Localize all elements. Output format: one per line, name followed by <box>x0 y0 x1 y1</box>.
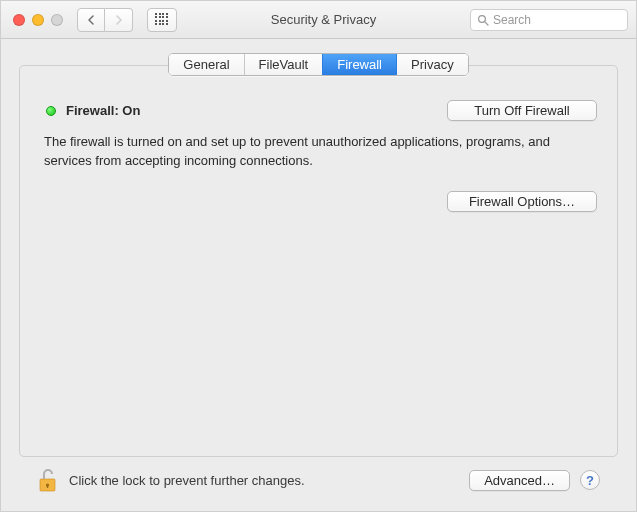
tab-general[interactable]: General <box>169 54 244 75</box>
preferences-window: Security & Privacy General FileVault Fir… <box>0 0 637 512</box>
search-input[interactable] <box>493 13 621 27</box>
search-icon <box>477 14 489 26</box>
advanced-button[interactable]: Advanced… <box>469 470 570 491</box>
window-title: Security & Privacy <box>185 12 462 27</box>
zoom-window-button[interactable] <box>51 14 63 26</box>
close-window-button[interactable] <box>13 14 25 26</box>
lock-message: Click the lock to prevent further change… <box>69 473 459 488</box>
grid-icon <box>155 13 169 27</box>
show-all-button[interactable] <box>147 8 177 32</box>
titlebar: Security & Privacy <box>1 1 636 39</box>
content-area: General FileVault Firewall Privacy Firew… <box>1 39 636 511</box>
unlocked-lock-icon <box>37 466 59 494</box>
chevron-left-icon <box>87 15 95 25</box>
tabbar: General FileVault Firewall Privacy <box>19 53 618 76</box>
firewall-options-button[interactable]: Firewall Options… <box>447 191 597 212</box>
firewall-panel: Firewall: On Turn Off Firewall The firew… <box>19 65 618 457</box>
minimize-window-button[interactable] <box>32 14 44 26</box>
turn-off-firewall-button[interactable]: Turn Off Firewall <box>447 100 597 121</box>
firewall-description: The firewall is turned on and set up to … <box>40 133 597 171</box>
window-controls <box>9 14 69 26</box>
tab-filevault[interactable]: FileVault <box>245 54 324 75</box>
tab-firewall[interactable]: Firewall <box>323 54 397 75</box>
footer: Click the lock to prevent further change… <box>19 457 618 511</box>
forward-button[interactable] <box>105 8 133 32</box>
svg-rect-3 <box>47 485 48 488</box>
lock-button[interactable] <box>37 466 59 494</box>
firewall-status-label: Firewall: On <box>66 103 140 118</box>
tab-privacy[interactable]: Privacy <box>397 54 468 75</box>
help-button[interactable]: ? <box>580 470 600 490</box>
chevron-right-icon <box>115 15 123 25</box>
back-button[interactable] <box>77 8 105 32</box>
svg-line-1 <box>485 21 488 24</box>
search-field[interactable] <box>470 9 628 31</box>
nav-buttons <box>77 8 133 32</box>
status-indicator-icon <box>46 106 56 116</box>
